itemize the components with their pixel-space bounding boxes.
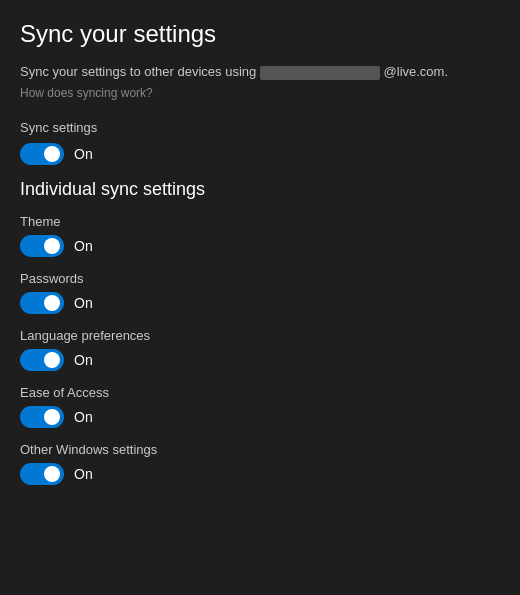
toggle-4[interactable] xyxy=(20,463,64,485)
toggle-2[interactable] xyxy=(20,349,64,371)
setting-name-2: Language preferences xyxy=(20,328,500,343)
toggle-thumb-0 xyxy=(44,238,60,254)
toggle-1[interactable] xyxy=(20,292,64,314)
sync-settings-toggle[interactable] xyxy=(20,143,64,165)
toggle-value-3: On xyxy=(74,409,93,425)
toggle-thumb-2 xyxy=(44,352,60,368)
sync-settings-toggle-row: On xyxy=(20,143,500,165)
individual-sync-title: Individual sync settings xyxy=(20,179,500,200)
setting-name-4: Other Windows settings xyxy=(20,442,500,457)
toggle-row-4: On xyxy=(20,463,500,485)
toggle-row-2: On xyxy=(20,349,500,371)
toggle-thumb-4 xyxy=(44,466,60,482)
toggle-0[interactable] xyxy=(20,235,64,257)
toggle-thumb-1 xyxy=(44,295,60,311)
sync-settings-label: Sync settings xyxy=(20,120,500,135)
toggle-3[interactable] xyxy=(20,406,64,428)
toggle-value-2: On xyxy=(74,352,93,368)
setting-name-3: Ease of Access xyxy=(20,385,500,400)
toggle-thumb-3 xyxy=(44,409,60,425)
toggle-value-4: On xyxy=(74,466,93,482)
email-redacted xyxy=(260,66,380,80)
toggle-value-0: On xyxy=(74,238,93,254)
description-prefix: Sync your settings to other devices usin… xyxy=(20,64,256,79)
setting-name-1: Passwords xyxy=(20,271,500,286)
setting-name-0: Theme xyxy=(20,214,500,229)
toggle-thumb xyxy=(44,146,60,162)
individual-settings-list: ThemeOnPasswordsOnLanguage preferencesOn… xyxy=(20,214,500,485)
sync-settings-value: On xyxy=(74,146,93,162)
toggle-row-3: On xyxy=(20,406,500,428)
sync-description: Sync your settings to other devices usin… xyxy=(20,64,500,80)
how-syncing-works-link[interactable]: How does syncing work? xyxy=(20,86,500,100)
toggle-value-1: On xyxy=(74,295,93,311)
toggle-row-1: On xyxy=(20,292,500,314)
description-suffix: @live.com. xyxy=(384,64,449,79)
toggle-row-0: On xyxy=(20,235,500,257)
page-title: Sync your settings xyxy=(20,20,500,48)
